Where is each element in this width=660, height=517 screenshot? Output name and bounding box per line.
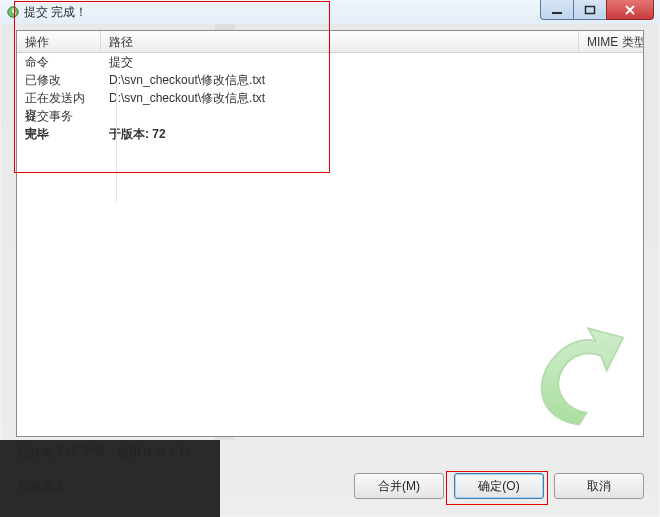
log-panel: 操作 路径 MIME 类型 命令提交已修改D:\svn_checkout\修改信… <box>16 30 644 437</box>
window-buttons <box>541 0 654 20</box>
maximize-button[interactable] <box>573 0 607 20</box>
cell-operation: 已修改 <box>17 71 101 89</box>
ok-button[interactable]: 确定(O) <box>454 473 544 499</box>
status-transfer: 已传输 517 字节，耗用 0 分 2 秒 <box>18 444 191 461</box>
cancel-button[interactable]: 取消 <box>554 473 644 499</box>
table-row[interactable]: 正在发送内容D:\svn_checkout\修改信息.txt <box>17 89 643 107</box>
log-rows: 命令提交已修改D:\svn_checkout\修改信息.txt正在发送内容D:\… <box>17 53 643 143</box>
cell-path <box>101 107 579 125</box>
status-modified: 已修改:1 <box>18 478 64 495</box>
cell-path: D:\svn_checkout\修改信息.txt <box>101 89 579 107</box>
cell-operation: 完毕 <box>17 125 101 143</box>
cell-operation: 正在发送内容 <box>17 89 101 107</box>
svg-rect-1 <box>552 12 562 14</box>
column-divider <box>116 83 117 203</box>
cell-mime <box>579 71 643 89</box>
cell-operation: 提交事务中... <box>17 107 101 125</box>
table-row[interactable]: 已修改D:\svn_checkout\修改信息.txt <box>17 71 643 89</box>
column-header-row: 操作 路径 MIME 类型 <box>17 31 643 53</box>
minimize-button[interactable] <box>540 0 574 20</box>
merge-button[interactable]: 合并(M) <box>354 473 444 499</box>
arrow-watermark-icon <box>515 310 625 430</box>
button-bar: 合并(M) 确定(O) 取消 <box>354 473 644 499</box>
column-header-operation[interactable]: 操作 <box>17 31 101 52</box>
svg-rect-2 <box>586 6 595 13</box>
column-header-mime[interactable]: MIME 类型 <box>579 31 643 52</box>
close-button[interactable] <box>606 0 654 20</box>
column-header-path[interactable]: 路径 <box>101 31 579 52</box>
table-row[interactable]: 完毕于版本: 72 <box>17 125 643 143</box>
cell-mime <box>579 89 643 107</box>
app-icon <box>6 5 20 19</box>
cell-path: 于版本: 72 <box>101 125 579 143</box>
cell-operation: 命令 <box>17 53 101 71</box>
cell-mime <box>579 107 643 125</box>
cell-mime <box>579 53 643 71</box>
table-row[interactable]: 提交事务中... <box>17 107 643 125</box>
table-row[interactable]: 命令提交 <box>17 53 643 71</box>
cell-mime <box>579 125 643 143</box>
window-title: 提交 完成！ <box>24 4 87 21</box>
cell-path: D:\svn_checkout\修改信息.txt <box>101 71 579 89</box>
cell-path: 提交 <box>101 53 579 71</box>
